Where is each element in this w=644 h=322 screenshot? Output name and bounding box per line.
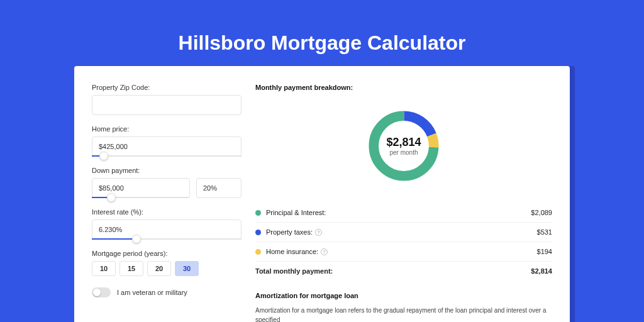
- donut-chart: $2,814 per month: [364, 106, 443, 186]
- amortization-text: Amortization for a mortgage loan refers …: [255, 306, 552, 322]
- period-button-30[interactable]: 30: [175, 261, 199, 276]
- donut-center: $2,814 per month: [364, 106, 443, 186]
- veteran-label: I am veteran or military: [117, 289, 187, 296]
- interest-rate-input[interactable]: [92, 219, 242, 240]
- breakdown-title: Monthly payment breakdown:: [255, 84, 552, 91]
- page-title: Hillsboro Mortgage Calculator: [0, 31, 644, 55]
- mortgage-period-label: Mortgage period (years):: [92, 250, 242, 257]
- amortization-section: Amortization for mortgage loan Amortizat…: [255, 292, 552, 322]
- interest-rate-field: Interest rate (%):: [92, 208, 242, 240]
- zip-field: Property Zip Code:: [92, 84, 242, 115]
- calculator-card: Property Zip Code: Home price: Down paym…: [74, 66, 570, 322]
- legend-label: Home insurance:?: [266, 248, 537, 255]
- down-percent-input[interactable]: [196, 178, 242, 198]
- home-price-label: Home price:: [92, 125, 242, 133]
- info-icon[interactable]: ?: [321, 248, 328, 255]
- legend-value: $194: [537, 248, 552, 255]
- total-value: $2,814: [531, 267, 552, 275]
- down-payment-field: Down payment:: [92, 167, 242, 198]
- legend-dot: [255, 249, 261, 255]
- amortization-title: Amortization for mortgage loan: [255, 292, 552, 299]
- home-price-input[interactable]: [92, 136, 242, 157]
- form-column: Property Zip Code: Home price: Down paym…: [92, 84, 242, 322]
- legend-row: Property taxes:?$531: [255, 223, 552, 242]
- donut-sub: per month: [389, 149, 418, 156]
- legend-row: Principal & Interest:$2,089: [255, 203, 552, 223]
- down-payment-input[interactable]: [92, 178, 190, 198]
- legend-label: Property taxes:?: [266, 228, 537, 236]
- legend-row: Home insurance:?$194: [255, 242, 552, 262]
- zip-input[interactable]: [92, 95, 242, 115]
- zip-label: Property Zip Code:: [92, 84, 242, 91]
- home-price-slider[interactable]: [92, 155, 242, 157]
- legend-label: Principal & Interest:: [266, 209, 531, 216]
- donut-chart-area: $2,814 per month: [255, 99, 552, 193]
- breakdown-column: Monthly payment breakdown: $2,814 per mo…: [255, 84, 552, 322]
- period-button-20[interactable]: 20: [147, 261, 171, 276]
- period-button-10[interactable]: 10: [92, 261, 116, 276]
- total-label: Total monthly payment:: [255, 267, 531, 275]
- page: Hillsboro Mortgage Calculator Property Z…: [0, 0, 644, 322]
- down-payment-slider[interactable]: [92, 197, 189, 198]
- home-price-field: Home price:: [92, 125, 242, 157]
- veteran-toggle-row: I am veteran or military: [92, 287, 242, 297]
- donut-value: $2,814: [386, 136, 421, 149]
- veteran-toggle[interactable]: [92, 287, 111, 297]
- legend-dot: [255, 230, 261, 235]
- interest-rate-slider[interactable]: [92, 238, 242, 240]
- total-row: Total monthly payment: $2,814: [255, 262, 552, 280]
- period-button-15[interactable]: 15: [119, 261, 143, 276]
- legend-value: $531: [537, 228, 552, 236]
- interest-rate-label: Interest rate (%):: [92, 208, 242, 216]
- legend-value: $2,089: [531, 209, 552, 216]
- mortgage-period-field: Mortgage period (years): 10152030: [92, 250, 242, 276]
- down-payment-label: Down payment:: [92, 167, 242, 174]
- legend-dot: [255, 210, 261, 216]
- toggle-knob: [93, 289, 101, 296]
- info-icon[interactable]: ?: [315, 229, 322, 236]
